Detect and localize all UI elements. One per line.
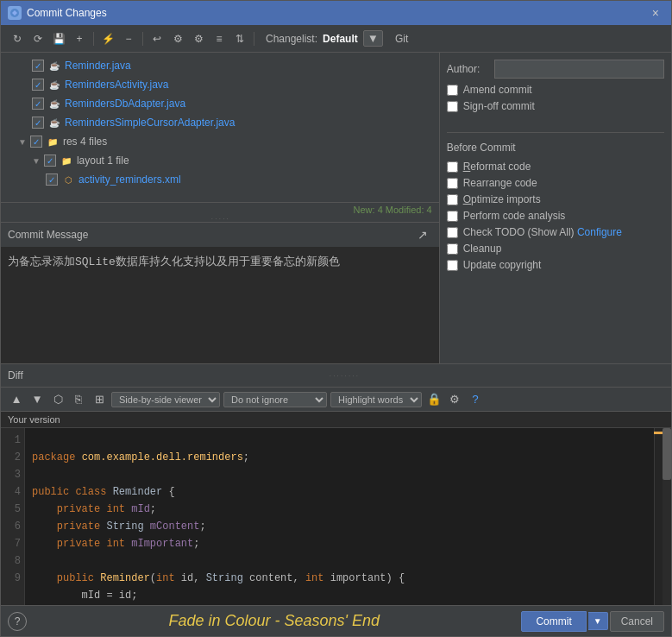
signoff-checkbox[interactable] — [447, 101, 458, 112]
sync-button[interactable]: ⟳ — [28, 29, 47, 48]
copyright-label[interactable]: Update copyright — [463, 259, 542, 271]
checktodo-checkbox[interactable] — [447, 227, 458, 238]
folder-icon: 📁 — [46, 135, 60, 148]
file-checkbox-layout[interactable] — [44, 155, 56, 167]
undo-button[interactable]: ↩ — [148, 29, 166, 48]
reformat-label[interactable]: Reformat code — [463, 161, 531, 173]
bottom-bar: ? Fade in Colour - Seasons' End Commit ▼… — [1, 605, 671, 636]
copyright-checkbox[interactable] — [447, 260, 458, 271]
diff-toolbar: ▲ ▼ ⬡ ⎘ ⊞ Side-by-side viewer Unified vi… — [1, 388, 671, 412]
signoff-label[interactable]: Sign-off commit — [463, 100, 535, 112]
java-icon: ☕ — [47, 116, 61, 129]
reformat-checkbox[interactable] — [447, 161, 458, 173]
rearrange-checkbox[interactable] — [447, 178, 458, 189]
list-item[interactable]: ☕ RemindersActivity.java — [1, 75, 439, 94]
list-item[interactable]: ☕ RemindersSimpleCursorAdapter.java — [1, 113, 439, 132]
file-checkbox-dbadapter[interactable] — [32, 98, 44, 110]
commit-message-action-button[interactable]: ↗ — [413, 225, 432, 244]
amend-checkbox[interactable] — [447, 85, 458, 96]
scrollbar-thumb[interactable] — [663, 428, 671, 480]
refresh-button[interactable]: ↻ — [8, 29, 27, 48]
diff-expand-button[interactable]: ⊞ — [91, 391, 108, 408]
commit-message-section: Commit Message ↗ 为备忘录添加SQLite数据库持久化支持以及用… — [1, 222, 439, 364]
optimize-checkbox[interactable] — [447, 194, 458, 205]
file-tree[interactable]: ☕ Reminder.java ☕ RemindersActivity.java… — [1, 53, 439, 202]
diff-resize-handle[interactable]: · · · · · · · · — [23, 372, 664, 380]
commit-message-label: Commit Message — [8, 229, 88, 241]
redo-button[interactable]: ⚙ — [168, 29, 187, 48]
codeanalysis-label[interactable]: Perform code analysis — [463, 210, 566, 222]
settings-diff-button[interactable]: ⚙ — [446, 391, 463, 408]
file-name: layout 1 file — [77, 155, 129, 167]
file-checkbox-xml[interactable] — [46, 173, 58, 186]
list-item[interactable]: ⬡ activity_reminders.xml — [1, 170, 439, 189]
amend-label[interactable]: Amend commit — [463, 84, 532, 96]
close-button[interactable]: × — [647, 4, 664, 22]
separator-3 — [254, 32, 254, 46]
codeanalysis-checkbox[interactable] — [447, 211, 458, 222]
settings-button[interactable]: ⚙ — [189, 29, 208, 48]
cleanup-label[interactable]: Cleanup — [463, 243, 502, 255]
highlight-select[interactable]: Highlight words Highlight lines No highl… — [330, 392, 422, 407]
list-item[interactable]: ▼ 📁 res 4 files — [1, 132, 439, 151]
commit-button[interactable]: Commit — [521, 611, 586, 632]
cancel-button[interactable]: Cancel — [610, 611, 664, 632]
checktodo-label[interactable]: Check TODO (Show All) Configure — [463, 226, 622, 238]
save-button[interactable]: 💾 — [49, 29, 68, 48]
sort-button[interactable]: ⇅ — [230, 29, 249, 48]
lock-button[interactable]: 🔒 — [425, 391, 443, 408]
cleanup-checkbox[interactable] — [447, 243, 458, 255]
file-checkbox-res[interactable] — [30, 136, 42, 148]
optimize-label[interactable]: Optimize imports — [463, 193, 541, 205]
diff-copy-button[interactable]: ⎘ — [70, 391, 87, 408]
right-panel: Author: Amend commit Sign-off commit Bef… — [440, 53, 671, 363]
window-icon — [8, 6, 22, 20]
remove-button[interactable]: − — [119, 29, 138, 48]
status-bar: New: 4 Modified: 4 — [1, 202, 439, 217]
align-button[interactable]: ≡ — [210, 29, 229, 48]
code-content: package com.example.dell.reminders; publ… — [25, 428, 654, 605]
diff-button[interactable]: ⚡ — [98, 29, 117, 48]
commit-message-header: Commit Message ↗ — [1, 222, 439, 247]
diff-down-button[interactable]: ▼ — [28, 391, 46, 408]
optimize-row: Optimize imports — [447, 193, 664, 205]
cleanup-row: Cleanup — [447, 243, 664, 255]
scrollbar-track[interactable] — [663, 428, 671, 605]
viewer-select[interactable]: Side-by-side viewer Unified viewer — [111, 392, 220, 407]
author-label: Author: — [447, 63, 494, 75]
author-input[interactable] — [494, 60, 664, 79]
author-row: Author: — [447, 60, 664, 79]
file-name: res 4 files — [63, 136, 107, 148]
diff-prev-button[interactable]: ⬡ — [49, 391, 66, 408]
diff-section: Diff · · · · · · · · ▲ ▼ ⬡ ⎘ ⊞ Side-by-s… — [1, 363, 671, 605]
file-checkbox-activity[interactable] — [32, 79, 44, 91]
commit-dropdown-button[interactable]: ▼ — [588, 612, 608, 630]
configure-link[interactable]: Configure — [577, 226, 622, 238]
help-diff-button[interactable]: ? — [467, 391, 484, 408]
rearrange-label[interactable]: Rearrange code — [463, 177, 537, 189]
file-checkbox-cursor[interactable] — [32, 117, 44, 129]
list-item[interactable]: ☕ Reminder.java — [1, 56, 439, 75]
divider-1 — [447, 132, 664, 133]
file-name: RemindersActivity.java — [65, 79, 168, 91]
fade-text: Fade in Colour - Seasons' End — [168, 612, 380, 630]
codeanalysis-row: Perform code analysis — [447, 210, 664, 222]
changelist-dropdown[interactable]: ▼ — [363, 30, 383, 47]
list-item[interactable]: ☕ RemindersDbAdapter.java — [1, 94, 439, 113]
list-item[interactable]: ▼ 📁 layout 1 file — [1, 151, 439, 170]
xml-icon: ⬡ — [61, 173, 75, 186]
add-button[interactable]: + — [70, 29, 89, 48]
ignore-select[interactable]: Do not ignore Ignore whitespace — [223, 392, 327, 407]
line-numbers: 1 2 3 4 5 6 7 8 9 — [1, 428, 25, 605]
before-commit-section: Before Commit Reformat code Rearrange co… — [447, 138, 664, 275]
signoff-row: Sign-off commit — [447, 100, 664, 112]
help-button[interactable]: ? — [8, 612, 27, 631]
toolbar: ↻ ⟳ 💾 + ⚡ − ↩ ⚙ ⚙ ≡ ⇅ Changelist: Defaul… — [1, 25, 671, 53]
file-checkbox-reminder[interactable] — [32, 60, 44, 72]
commit-message-textarea[interactable]: 为备忘录添加SQLite数据库持久化支持以及用于重要备忘的新颜色 — [1, 247, 439, 364]
your-version-label: Your version — [1, 412, 671, 428]
before-commit-title: Before Commit — [447, 142, 664, 154]
separator-1 — [93, 32, 94, 46]
diff-up-button[interactable]: ▲ — [8, 391, 25, 408]
java-icon: ☕ — [47, 78, 61, 91]
